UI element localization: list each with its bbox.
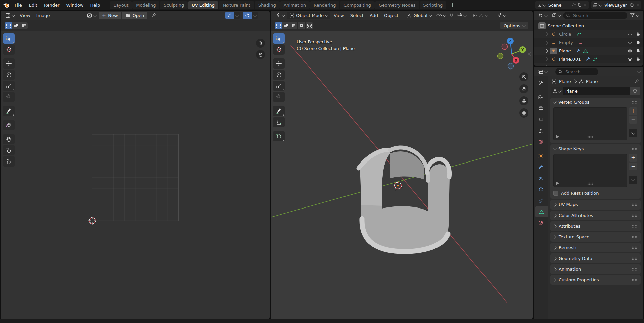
tab-constraints[interactable] (534, 195, 548, 206)
grid-ortho-icon[interactable] (519, 108, 528, 118)
select-mode-extend[interactable] (12, 22, 20, 29)
panel-grip-icon[interactable] (632, 101, 638, 104)
remove-vertex-group-button[interactable]: − (629, 116, 637, 124)
blender-logo-icon[interactable] (3, 2, 10, 9)
scale-tool-button[interactable] (273, 81, 285, 91)
rotate-tool-button[interactable] (3, 70, 15, 80)
add-vertex-group-button[interactable]: + (629, 107, 637, 115)
display-mode-selector[interactable] (550, 12, 562, 19)
animation-panel[interactable]: Animation (550, 264, 641, 274)
select-mode-new[interactable] (5, 22, 12, 29)
proportional-editing-toggle[interactable] (471, 12, 490, 19)
scale-tool-button[interactable] (3, 81, 15, 91)
tab-output[interactable] (534, 103, 548, 114)
vp-menu-view[interactable]: View (331, 13, 347, 18)
tab-particles[interactable] (534, 173, 548, 184)
image-browse-button[interactable] (85, 12, 98, 19)
panel-grip-icon[interactable] (632, 148, 638, 150)
pin-icon[interactable] (634, 79, 639, 84)
panel-grip-icon[interactable] (632, 279, 638, 281)
transform-orientation[interactable]: Global (404, 12, 434, 19)
curve-data-icon[interactable] (576, 32, 581, 37)
tab-texture-paint[interactable]: Texture Paint (219, 1, 254, 9)
tab-geometry-nodes[interactable]: Geometry Nodes (375, 1, 419, 9)
close-icon[interactable] (636, 3, 640, 7)
move-tool-button[interactable] (3, 58, 15, 69)
tab-layout[interactable]: Layout (110, 1, 132, 9)
outliner-search[interactable] (563, 12, 627, 19)
uv-menu-image[interactable]: Image (34, 13, 53, 18)
transform-tool-button[interactable] (273, 92, 285, 102)
uv-2d-cursor[interactable] (87, 215, 98, 226)
tweak-tool-button[interactable] (3, 33, 15, 44)
render-camera-icon[interactable] (636, 32, 641, 37)
hide-eye-closed-icon[interactable] (627, 32, 633, 37)
select-mode-subtract[interactable] (290, 22, 297, 29)
menu-render[interactable]: Render (41, 0, 62, 10)
tab-object[interactable] (534, 151, 548, 162)
vp-menu-select[interactable]: Select (348, 13, 366, 18)
outliner-row-plane[interactable]: Plane (534, 47, 643, 55)
uv-canvas[interactable] (1, 31, 270, 319)
filter-dropdown[interactable] (628, 12, 641, 19)
select-mode-new[interactable] (275, 22, 282, 29)
vertex-groups-list[interactable] (553, 107, 627, 140)
hide-eye-closed-icon[interactable] (627, 40, 633, 45)
snap-target-dropdown[interactable] (435, 12, 448, 19)
tab-view-layer[interactable] (534, 114, 548, 125)
vp-menu-object[interactable]: Object (381, 13, 401, 18)
expand-chevron-icon[interactable] (544, 41, 548, 44)
rip-region-tool-button[interactable] (3, 120, 15, 130)
add-shape-key-button[interactable]: + (629, 154, 637, 162)
datablock-name-input[interactable] (563, 87, 630, 95)
list-resize-grip[interactable] (587, 182, 593, 185)
snap-options-dropdown[interactable] (234, 12, 240, 19)
pin-icon[interactable] (571, 3, 576, 7)
curve-data-icon[interactable] (593, 57, 598, 62)
panel-grip-icon[interactable] (632, 257, 638, 260)
tab-animation[interactable]: Animation (280, 1, 310, 9)
properties-search[interactable] (555, 68, 598, 75)
texture-space-panel[interactable]: Texture Space (550, 232, 641, 242)
panel-grip-icon[interactable] (632, 203, 638, 206)
scene-selector[interactable]: Scene (535, 1, 589, 9)
breadcrumb-data-name[interactable]: Plane (586, 79, 598, 84)
proportional-falloff-dropdown[interactable] (252, 12, 258, 19)
select-mode-extend[interactable] (282, 22, 290, 29)
tab-object-data[interactable] (535, 206, 548, 217)
tab-render[interactable] (534, 92, 548, 103)
select-mode-subtract[interactable] (20, 22, 28, 29)
snap-toggle[interactable] (225, 12, 234, 19)
copy-icon[interactable] (577, 3, 582, 7)
editor-type-selector[interactable] (536, 12, 549, 19)
outliner-row-scene-collection[interactable]: Scene Collection (534, 21, 643, 30)
panel-grip-icon[interactable] (632, 246, 638, 249)
cursor-tool-button[interactable] (273, 44, 285, 55)
hide-eye-open-icon[interactable] (627, 57, 633, 62)
mesh-data-icon[interactable] (583, 48, 588, 53)
uv-menu-view[interactable]: View (17, 13, 33, 18)
add-rest-position-checkbox[interactable] (553, 191, 558, 196)
render-camera-icon[interactable] (636, 40, 641, 45)
outliner-row-circle[interactable]: Circle (534, 30, 643, 38)
vertex-groups-panel-header[interactable]: Vertex Groups (550, 98, 641, 107)
menu-file[interactable]: File (12, 0, 25, 10)
tab-modeling[interactable]: Modeling (132, 1, 159, 9)
tab-scene[interactable] (534, 125, 548, 136)
expand-chevron-icon[interactable] (544, 49, 548, 53)
transform-tool-button[interactable] (3, 92, 15, 102)
zoom-icon[interactable] (256, 39, 265, 48)
snap-increment-dropdown[interactable] (455, 12, 468, 19)
pinch-tool-button[interactable] (3, 156, 15, 167)
panel-grip-icon[interactable] (632, 225, 638, 228)
open-image-button[interactable]: Open (122, 12, 148, 19)
panel-grip-icon[interactable] (632, 214, 638, 217)
editor-type-selector[interactable] (273, 12, 286, 19)
rotate-tool-button[interactable] (273, 70, 285, 80)
uv-maps-panel[interactable]: UV Maps (550, 200, 641, 210)
tab-physics[interactable] (534, 184, 548, 195)
annotate-tool-button[interactable] (3, 106, 15, 116)
image-data-icon[interactable] (578, 40, 583, 45)
relax-tool-button[interactable] (3, 145, 15, 155)
shape-keys-panel-header[interactable]: Shape Keys (550, 144, 641, 153)
